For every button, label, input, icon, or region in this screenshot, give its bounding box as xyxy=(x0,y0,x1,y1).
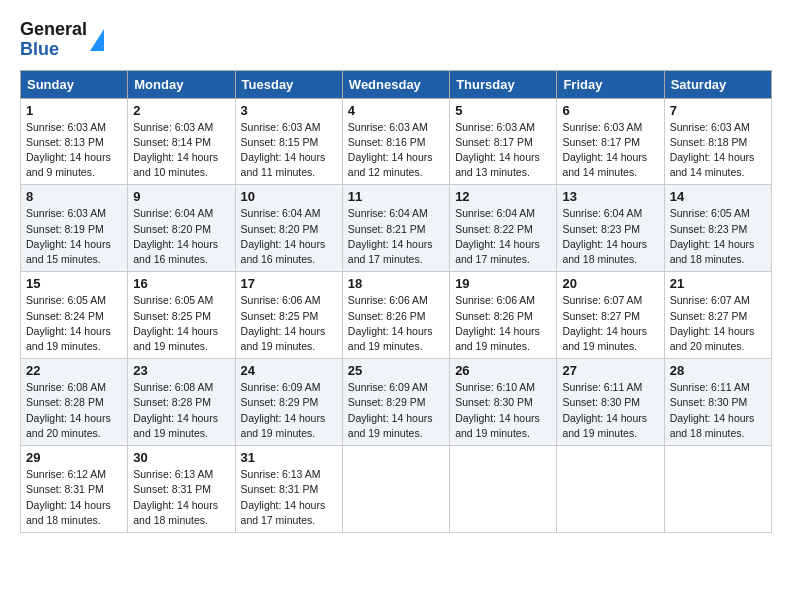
calendar-cell: 2 Sunrise: 6:03 AMSunset: 8:14 PMDayligh… xyxy=(128,98,235,185)
calendar-cell: 31 Sunrise: 6:13 AMSunset: 8:31 PMDaylig… xyxy=(235,446,342,533)
day-info: Sunrise: 6:11 AMSunset: 8:30 PMDaylight:… xyxy=(670,380,766,441)
day-number: 26 xyxy=(455,363,551,378)
day-number: 7 xyxy=(670,103,766,118)
calendar-cell: 16 Sunrise: 6:05 AMSunset: 8:25 PMDaylig… xyxy=(128,272,235,359)
day-info: Sunrise: 6:08 AMSunset: 8:28 PMDaylight:… xyxy=(26,380,122,441)
day-number: 11 xyxy=(348,189,444,204)
day-info: Sunrise: 6:07 AMSunset: 8:27 PMDaylight:… xyxy=(670,293,766,354)
calendar-week-row: 15 Sunrise: 6:05 AMSunset: 8:24 PMDaylig… xyxy=(21,272,772,359)
calendar-cell: 4 Sunrise: 6:03 AMSunset: 8:16 PMDayligh… xyxy=(342,98,449,185)
page-header: General Blue xyxy=(20,20,772,60)
day-number: 30 xyxy=(133,450,229,465)
logo-general: General xyxy=(20,20,87,40)
day-info: Sunrise: 6:13 AMSunset: 8:31 PMDaylight:… xyxy=(133,467,229,528)
calendar-cell: 17 Sunrise: 6:06 AMSunset: 8:25 PMDaylig… xyxy=(235,272,342,359)
day-number: 23 xyxy=(133,363,229,378)
calendar-week-row: 22 Sunrise: 6:08 AMSunset: 8:28 PMDaylig… xyxy=(21,359,772,446)
calendar-cell: 12 Sunrise: 6:04 AMSunset: 8:22 PMDaylig… xyxy=(450,185,557,272)
calendar-cell: 19 Sunrise: 6:06 AMSunset: 8:26 PMDaylig… xyxy=(450,272,557,359)
calendar-cell: 9 Sunrise: 6:04 AMSunset: 8:20 PMDayligh… xyxy=(128,185,235,272)
day-info: Sunrise: 6:03 AMSunset: 8:17 PMDaylight:… xyxy=(455,120,551,181)
calendar-cell: 5 Sunrise: 6:03 AMSunset: 8:17 PMDayligh… xyxy=(450,98,557,185)
calendar-cell xyxy=(557,446,664,533)
day-info: Sunrise: 6:03 AMSunset: 8:17 PMDaylight:… xyxy=(562,120,658,181)
calendar-cell: 24 Sunrise: 6:09 AMSunset: 8:29 PMDaylig… xyxy=(235,359,342,446)
calendar-cell: 15 Sunrise: 6:05 AMSunset: 8:24 PMDaylig… xyxy=(21,272,128,359)
calendar-cell: 10 Sunrise: 6:04 AMSunset: 8:20 PMDaylig… xyxy=(235,185,342,272)
calendar-header-row: SundayMondayTuesdayWednesdayThursdayFrid… xyxy=(21,70,772,98)
col-header-wednesday: Wednesday xyxy=(342,70,449,98)
day-info: Sunrise: 6:04 AMSunset: 8:20 PMDaylight:… xyxy=(133,206,229,267)
day-number: 24 xyxy=(241,363,337,378)
calendar-cell: 8 Sunrise: 6:03 AMSunset: 8:19 PMDayligh… xyxy=(21,185,128,272)
day-number: 13 xyxy=(562,189,658,204)
calendar-cell: 30 Sunrise: 6:13 AMSunset: 8:31 PMDaylig… xyxy=(128,446,235,533)
day-number: 20 xyxy=(562,276,658,291)
day-number: 22 xyxy=(26,363,122,378)
day-number: 12 xyxy=(455,189,551,204)
day-info: Sunrise: 6:11 AMSunset: 8:30 PMDaylight:… xyxy=(562,380,658,441)
day-info: Sunrise: 6:03 AMSunset: 8:15 PMDaylight:… xyxy=(241,120,337,181)
col-header-sunday: Sunday xyxy=(21,70,128,98)
calendar-week-row: 29 Sunrise: 6:12 AMSunset: 8:31 PMDaylig… xyxy=(21,446,772,533)
calendar-cell: 25 Sunrise: 6:09 AMSunset: 8:29 PMDaylig… xyxy=(342,359,449,446)
day-info: Sunrise: 6:04 AMSunset: 8:21 PMDaylight:… xyxy=(348,206,444,267)
col-header-saturday: Saturday xyxy=(664,70,771,98)
day-info: Sunrise: 6:03 AMSunset: 8:13 PMDaylight:… xyxy=(26,120,122,181)
day-number: 15 xyxy=(26,276,122,291)
day-number: 25 xyxy=(348,363,444,378)
calendar-cell: 20 Sunrise: 6:07 AMSunset: 8:27 PMDaylig… xyxy=(557,272,664,359)
day-info: Sunrise: 6:13 AMSunset: 8:31 PMDaylight:… xyxy=(241,467,337,528)
day-number: 14 xyxy=(670,189,766,204)
day-info: Sunrise: 6:03 AMSunset: 8:14 PMDaylight:… xyxy=(133,120,229,181)
day-info: Sunrise: 6:04 AMSunset: 8:23 PMDaylight:… xyxy=(562,206,658,267)
day-info: Sunrise: 6:03 AMSunset: 8:19 PMDaylight:… xyxy=(26,206,122,267)
calendar-cell: 27 Sunrise: 6:11 AMSunset: 8:30 PMDaylig… xyxy=(557,359,664,446)
day-number: 10 xyxy=(241,189,337,204)
calendar-table: SundayMondayTuesdayWednesdayThursdayFrid… xyxy=(20,70,772,533)
calendar-cell: 14 Sunrise: 6:05 AMSunset: 8:23 PMDaylig… xyxy=(664,185,771,272)
calendar-cell xyxy=(450,446,557,533)
calendar-cell: 21 Sunrise: 6:07 AMSunset: 8:27 PMDaylig… xyxy=(664,272,771,359)
day-info: Sunrise: 6:08 AMSunset: 8:28 PMDaylight:… xyxy=(133,380,229,441)
logo-text: General Blue xyxy=(20,20,87,60)
day-number: 8 xyxy=(26,189,122,204)
day-info: Sunrise: 6:03 AMSunset: 8:18 PMDaylight:… xyxy=(670,120,766,181)
day-number: 31 xyxy=(241,450,337,465)
day-info: Sunrise: 6:06 AMSunset: 8:26 PMDaylight:… xyxy=(455,293,551,354)
day-info: Sunrise: 6:05 AMSunset: 8:25 PMDaylight:… xyxy=(133,293,229,354)
calendar-cell: 22 Sunrise: 6:08 AMSunset: 8:28 PMDaylig… xyxy=(21,359,128,446)
day-info: Sunrise: 6:04 AMSunset: 8:22 PMDaylight:… xyxy=(455,206,551,267)
calendar-cell: 3 Sunrise: 6:03 AMSunset: 8:15 PMDayligh… xyxy=(235,98,342,185)
day-number: 16 xyxy=(133,276,229,291)
col-header-monday: Monday xyxy=(128,70,235,98)
calendar-cell: 1 Sunrise: 6:03 AMSunset: 8:13 PMDayligh… xyxy=(21,98,128,185)
logo-blue: Blue xyxy=(20,40,87,60)
logo: General Blue xyxy=(20,20,104,60)
day-info: Sunrise: 6:10 AMSunset: 8:30 PMDaylight:… xyxy=(455,380,551,441)
logo-triangle-icon xyxy=(90,29,104,51)
day-number: 28 xyxy=(670,363,766,378)
day-info: Sunrise: 6:06 AMSunset: 8:25 PMDaylight:… xyxy=(241,293,337,354)
day-number: 21 xyxy=(670,276,766,291)
day-number: 1 xyxy=(26,103,122,118)
calendar-cell: 26 Sunrise: 6:10 AMSunset: 8:30 PMDaylig… xyxy=(450,359,557,446)
day-info: Sunrise: 6:06 AMSunset: 8:26 PMDaylight:… xyxy=(348,293,444,354)
day-info: Sunrise: 6:09 AMSunset: 8:29 PMDaylight:… xyxy=(241,380,337,441)
calendar-cell: 18 Sunrise: 6:06 AMSunset: 8:26 PMDaylig… xyxy=(342,272,449,359)
calendar-cell xyxy=(342,446,449,533)
day-info: Sunrise: 6:12 AMSunset: 8:31 PMDaylight:… xyxy=(26,467,122,528)
col-header-friday: Friday xyxy=(557,70,664,98)
calendar-cell xyxy=(664,446,771,533)
calendar-week-row: 1 Sunrise: 6:03 AMSunset: 8:13 PMDayligh… xyxy=(21,98,772,185)
day-number: 9 xyxy=(133,189,229,204)
calendar-week-row: 8 Sunrise: 6:03 AMSunset: 8:19 PMDayligh… xyxy=(21,185,772,272)
calendar-cell: 23 Sunrise: 6:08 AMSunset: 8:28 PMDaylig… xyxy=(128,359,235,446)
day-info: Sunrise: 6:05 AMSunset: 8:24 PMDaylight:… xyxy=(26,293,122,354)
day-number: 18 xyxy=(348,276,444,291)
day-number: 27 xyxy=(562,363,658,378)
day-number: 6 xyxy=(562,103,658,118)
col-header-tuesday: Tuesday xyxy=(235,70,342,98)
day-info: Sunrise: 6:05 AMSunset: 8:23 PMDaylight:… xyxy=(670,206,766,267)
calendar-cell: 11 Sunrise: 6:04 AMSunset: 8:21 PMDaylig… xyxy=(342,185,449,272)
